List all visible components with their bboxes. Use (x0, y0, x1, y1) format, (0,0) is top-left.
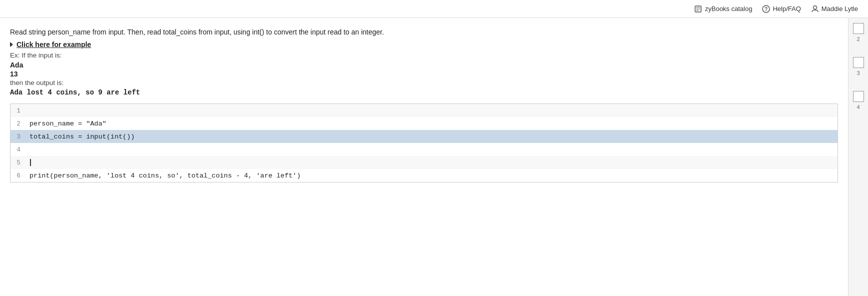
user-label: Maddie Lytle (822, 5, 858, 12)
step-box-2[interactable] (853, 23, 864, 34)
step-number-4: 4 (857, 104, 860, 110)
svg-text:?: ? (765, 6, 768, 12)
line-num-4: 4 (10, 146, 25, 154)
step-box-3[interactable] (853, 57, 864, 68)
help-label: Help/FAQ (773, 5, 801, 12)
user-profile-link[interactable]: Maddie Lytle (811, 5, 858, 13)
output-value: Ada lost 4 coins, so 9 are left (10, 88, 838, 96)
description-text: Read string person_name from input. Then… (10, 27, 838, 38)
step-item-2[interactable]: 2 (853, 23, 864, 42)
code-line-1: 1 (10, 104, 838, 117)
line-num-3: 3 (10, 133, 25, 140)
code-line-3: 3 total_coins = input(int()) (10, 130, 838, 143)
line-content-2[interactable]: person_name = "Ada" (25, 119, 838, 128)
help-icon: ? (762, 5, 770, 13)
step-number-3: 3 (857, 70, 860, 76)
line-num-2: 2 (10, 120, 25, 128)
step-item-3[interactable]: 3 (853, 57, 864, 76)
svg-point-6 (813, 6, 817, 9)
user-icon (811, 5, 819, 13)
line-content-5[interactable] (25, 158, 838, 168)
line-content-1[interactable] (25, 110, 838, 112)
line-num-1: 1 (10, 107, 25, 114)
code-line-5: 5 (10, 156, 838, 169)
click-here-label[interactable]: Click here for example (16, 40, 91, 48)
step-number-2: 2 (857, 36, 860, 42)
input-line1: Ada (10, 61, 838, 69)
line-content-4[interactable] (25, 148, 838, 150)
top-nav: zyBooks catalog ? Help/FAQ Maddie Lytle (0, 0, 868, 18)
line-content-6[interactable]: print(person_name, 'lost 4 coins, so', t… (25, 171, 838, 180)
line-content-3[interactable]: total_coins = input(int()) (25, 132, 838, 142)
main-content: Read string person_name from input. Then… (0, 18, 868, 296)
code-line-6: 6 print(person_name, 'lost 4 coins, so',… (10, 169, 838, 182)
code-editor[interactable]: 1 2 person_name = "Ada" 3 total_coins = … (10, 104, 838, 182)
code-line-2: 2 person_name = "Ada" (10, 117, 838, 130)
output-intro: then the output is: (10, 79, 838, 86)
triangle-icon (10, 42, 13, 47)
help-faq-link[interactable]: ? Help/FAQ (762, 5, 801, 13)
content-panel: Read string person_name from input. Then… (0, 18, 848, 296)
click-here-row[interactable]: Click here for example (10, 40, 838, 48)
input-line2: 13 (10, 70, 838, 78)
catalog-icon (695, 5, 703, 13)
line-num-5: 5 (10, 159, 25, 166)
catalog-label: zyBooks catalog (705, 5, 753, 12)
step-box-4[interactable] (853, 91, 864, 102)
example-intro: Ex: If the input is: (10, 52, 838, 59)
step-item-4[interactable]: 4 (853, 91, 864, 110)
zybooks-catalog-link[interactable]: zyBooks catalog (695, 5, 753, 13)
text-cursor (30, 159, 31, 166)
right-sidebar: 2 3 4 (848, 18, 868, 296)
line-num-6: 6 (10, 172, 25, 180)
code-line-4: 4 (10, 143, 838, 156)
